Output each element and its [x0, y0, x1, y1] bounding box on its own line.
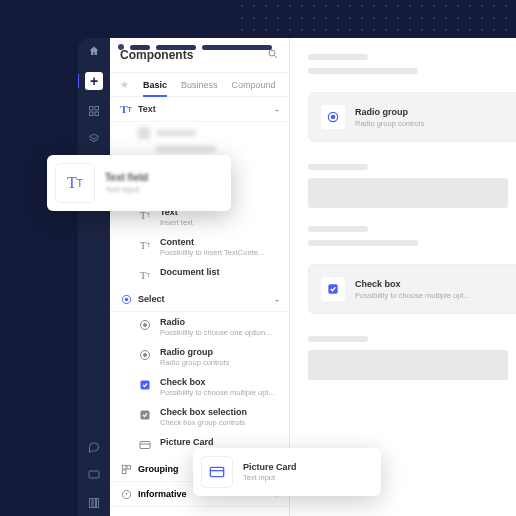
select-section-icon	[120, 293, 132, 305]
text-section-icon: TT	[120, 103, 132, 115]
floating-text-field-card[interactable]: TT Text field Text input	[47, 155, 231, 211]
svg-rect-7	[97, 499, 99, 508]
home-icon[interactable]	[87, 44, 101, 58]
desktop-icon[interactable]	[87, 468, 101, 482]
svg-rect-3	[95, 112, 99, 116]
svg-point-12	[144, 324, 147, 327]
svg-rect-6	[93, 499, 96, 508]
float-title: Picture Card	[243, 462, 297, 472]
svg-rect-19	[126, 465, 130, 469]
svg-rect-20	[122, 469, 126, 473]
radio-icon	[138, 318, 152, 332]
float-title: Text field	[105, 172, 148, 183]
informative-section-icon	[120, 488, 132, 500]
add-button[interactable]: +	[85, 72, 103, 90]
checkbox-icon	[138, 378, 152, 392]
float-desc: Text input	[105, 185, 148, 194]
float-desc: Text input	[243, 473, 297, 482]
svg-rect-1	[95, 107, 99, 111]
svg-rect-17	[140, 442, 150, 449]
item-checkbox-selection[interactable]: Check box selectionCheck box group contr…	[110, 402, 289, 432]
section-label: Informative	[138, 489, 187, 499]
tab-compound[interactable]: Compound	[232, 80, 276, 90]
item-content[interactable]: TT ContentPossibility to insert TextCont…	[110, 232, 289, 262]
canvas-radio-card[interactable]: Radio groupRadio group controls	[308, 92, 516, 142]
svg-rect-4	[89, 471, 99, 478]
svg-rect-2	[90, 112, 94, 116]
layers-icon[interactable]	[87, 132, 101, 146]
item-radio-group[interactable]: Radio groupRadio group controls	[110, 342, 289, 372]
svg-rect-25	[210, 467, 223, 476]
svg-point-14	[144, 354, 147, 357]
content-icon: TT	[138, 238, 152, 252]
svg-point-23	[331, 115, 335, 119]
section-label: Select	[138, 294, 165, 304]
svg-rect-18	[122, 465, 126, 469]
section-label: Text	[138, 104, 156, 114]
collapse-icon[interactable]: -	[275, 293, 279, 305]
item-radio[interactable]: RadioPossibility to choose one option...	[110, 312, 289, 342]
text-icon: TT	[55, 163, 95, 203]
picture-card-icon	[201, 456, 233, 488]
favorites-icon[interactable]: ★	[120, 79, 129, 90]
chat-icon[interactable]	[87, 440, 101, 454]
section-text[interactable]: TT Text -	[110, 97, 289, 122]
section-label: Grouping	[138, 464, 179, 474]
grouping-section-icon	[120, 463, 132, 475]
canvas: Radio groupRadio group controls Check bo…	[290, 38, 516, 516]
item-document-list[interactable]: TT Document list	[110, 262, 289, 287]
collapse-icon[interactable]: -	[275, 103, 279, 115]
item-checkbox[interactable]: Check boxPossibility to choose multiple …	[110, 372, 289, 402]
svg-rect-5	[90, 499, 93, 508]
components-panel: Components ★ Basic Business Compound TT …	[110, 38, 290, 516]
tab-business[interactable]: Business	[181, 80, 218, 90]
panel-tabs: ★ Basic Business Compound	[110, 73, 289, 97]
radio-icon	[321, 105, 345, 129]
columns-icon[interactable]	[87, 496, 101, 510]
picture-card-icon	[138, 438, 152, 452]
grid-icon[interactable]	[87, 104, 101, 118]
svg-point-10	[125, 298, 128, 301]
icon-sidebar: +	[78, 38, 110, 516]
svg-rect-0	[90, 107, 94, 111]
floating-picture-card[interactable]: Picture Card Text input	[193, 448, 381, 496]
tab-basic[interactable]: Basic	[143, 80, 167, 90]
app-window: + Components ★ Basic Business Compound T…	[78, 38, 516, 516]
section-select[interactable]: Select -	[110, 287, 289, 312]
radio-group-icon	[138, 348, 152, 362]
document-icon: TT	[138, 268, 152, 282]
canvas-checkbox-card[interactable]: Check boxPossibility to choose multiple …	[308, 264, 516, 314]
checkbox-icon	[321, 277, 345, 301]
checkbox-selection-icon	[138, 408, 152, 422]
